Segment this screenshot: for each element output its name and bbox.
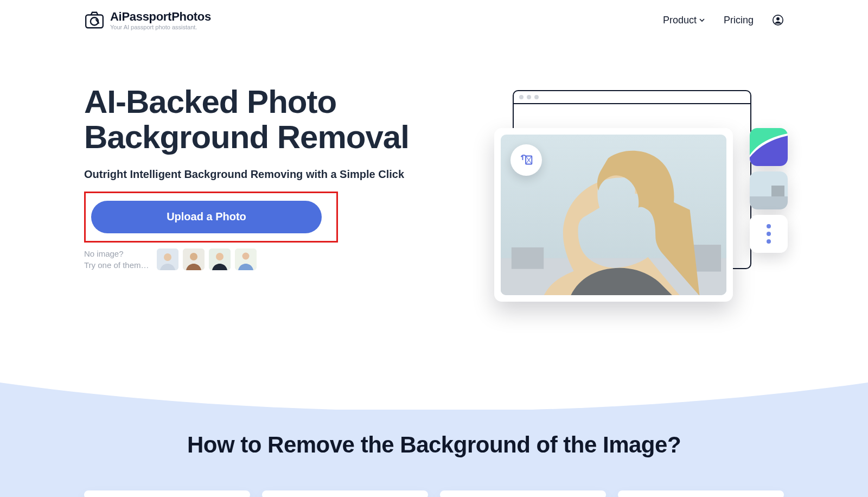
nav-product[interactable]: Product xyxy=(663,15,705,26)
dot-icon xyxy=(767,224,771,228)
hero-illustration xyxy=(480,85,784,323)
palette-tile-2[interactable] xyxy=(750,171,788,209)
svg-rect-18 xyxy=(750,196,788,209)
brand-name: AiPassportPhotos xyxy=(110,10,211,24)
upload-button[interactable]: Upload a Photo xyxy=(91,201,322,233)
hero-subtitle: Outright Intelligent Background Removing… xyxy=(84,168,458,181)
more-tile[interactable] xyxy=(750,215,788,253)
palette-tile-1[interactable] xyxy=(750,128,788,166)
svg-point-9 xyxy=(216,253,224,260)
svg-point-5 xyxy=(164,253,171,261)
sample-thumb-2[interactable] xyxy=(183,248,205,270)
step-card-3 xyxy=(440,490,606,497)
step-card-2 xyxy=(262,490,428,497)
how-to-section: How to Remove the Background of the Imag… xyxy=(0,367,868,497)
samples-line2: Try one of them… xyxy=(84,259,149,271)
step-card-4 xyxy=(618,490,784,497)
photo-card xyxy=(494,128,733,302)
step-card-1 xyxy=(84,490,250,497)
svg-rect-19 xyxy=(771,186,784,196)
dot-icon xyxy=(767,239,771,244)
sample-photo xyxy=(501,135,726,295)
svg-point-11 xyxy=(242,252,249,259)
svg-point-7 xyxy=(190,253,197,260)
wave-divider xyxy=(0,366,868,410)
svg-rect-14 xyxy=(512,247,544,269)
chevron-down-icon xyxy=(699,15,705,26)
svg-point-3 xyxy=(776,17,780,21)
sample-thumb-3[interactable] xyxy=(209,248,231,270)
nav-pricing[interactable]: Pricing xyxy=(724,15,754,26)
brand-tagline: Your AI passport photo assistant. xyxy=(110,24,211,30)
nav-product-label: Product xyxy=(663,15,697,26)
samples-line1: No image? xyxy=(84,248,149,259)
upload-highlight: Upload a Photo xyxy=(84,192,338,243)
camera-icon xyxy=(84,10,105,30)
nav-pricing-label: Pricing xyxy=(724,15,754,26)
account-icon[interactable] xyxy=(772,14,784,26)
hero-title: AI-Backed Photo Background Removal xyxy=(84,85,458,155)
sample-thumb-1[interactable] xyxy=(157,248,178,270)
nav: Product Pricing xyxy=(663,14,784,26)
sample-row: No image? Try one of them… xyxy=(84,248,458,271)
brand[interactable]: AiPassportPhotos Your AI passport photo … xyxy=(84,10,211,30)
header: AiPassportPhotos Your AI passport photo … xyxy=(84,0,784,36)
fx-icon xyxy=(510,144,542,176)
sample-thumb-4[interactable] xyxy=(235,248,257,270)
dot-icon xyxy=(767,232,771,236)
